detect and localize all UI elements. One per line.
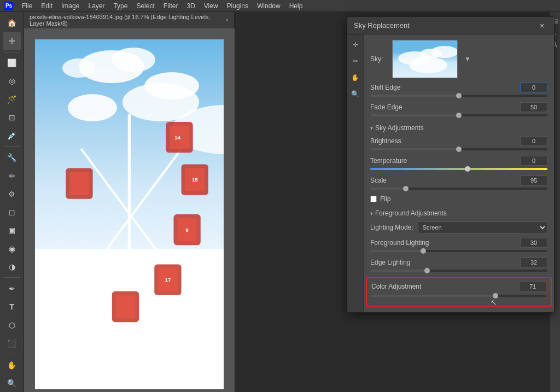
foreground-adjustments-header[interactable]: ▾ Foreground Adjustments bbox=[370, 209, 547, 217]
brightness-thumb[interactable] bbox=[456, 147, 462, 152]
tool-gradient[interactable]: ▣ bbox=[3, 222, 21, 239]
tool-separator1 bbox=[4, 52, 20, 52]
color-adj-fill bbox=[371, 295, 495, 297]
tab-close[interactable]: × bbox=[225, 17, 229, 23]
tool-hand[interactable]: ✋ bbox=[3, 356, 21, 373]
scale-thumb[interactable] bbox=[403, 186, 409, 191]
menu-window[interactable]: Window bbox=[254, 1, 284, 11]
scale-label: Scale bbox=[370, 177, 387, 184]
brightness-track[interactable] bbox=[370, 148, 547, 150]
document-tab[interactable]: pexels-elina-volkova-18403914.jpg @ 16.7… bbox=[24, 12, 235, 28]
color-adj-label: Color Adjustment bbox=[371, 283, 421, 290]
menu-file[interactable]: File bbox=[19, 1, 36, 11]
color-adj-input[interactable] bbox=[519, 282, 546, 291]
svg-rect-12 bbox=[69, 172, 89, 195]
tool-pen[interactable]: ✒ bbox=[3, 280, 21, 297]
side-zoom-icon[interactable]: 🔍 bbox=[349, 88, 361, 100]
fade-edge-label: Fade Edge bbox=[370, 103, 402, 111]
shift-edge-track[interactable] bbox=[370, 95, 547, 97]
sky-thumbnail[interactable] bbox=[392, 40, 458, 78]
shift-edge-label: Shift Edge bbox=[370, 84, 400, 91]
tool-dodge[interactable]: ◑ bbox=[3, 258, 21, 275]
tool-move[interactable]: ✛ bbox=[3, 32, 21, 49]
fade-edge-fill bbox=[370, 114, 459, 116]
scale-control: Scale bbox=[370, 175, 547, 191]
tool-lasso[interactable]: ◎ bbox=[3, 73, 21, 90]
tool-separator4 bbox=[4, 354, 20, 354]
temperature-control: Temperature bbox=[370, 156, 547, 171]
menu-filter[interactable]: Filter bbox=[160, 1, 182, 11]
menu-type[interactable]: Type bbox=[110, 1, 131, 11]
menu-view[interactable]: View bbox=[201, 1, 221, 11]
panel-side-icons: ✛ ✏ ✋ 🔍 bbox=[347, 34, 364, 312]
temperature-thumb[interactable] bbox=[465, 166, 470, 172]
panel-close-button[interactable]: × bbox=[536, 20, 547, 31]
sky-adjustments-header[interactable]: ▾ Sky Adjustments bbox=[370, 124, 547, 132]
fade-edge-input[interactable] bbox=[520, 102, 547, 112]
panel-content: Sky: ▼ Shift Edge bbox=[364, 34, 554, 312]
tool-path-select[interactable]: ⬡ bbox=[3, 317, 21, 334]
side-hand-icon[interactable]: ✋ bbox=[349, 72, 361, 84]
tool-zoom[interactable]: 🔍 bbox=[3, 375, 21, 392]
menu-plugins[interactable]: Plugins bbox=[224, 1, 252, 11]
fg-lighting-thumb[interactable] bbox=[421, 248, 426, 254]
edge-lighting-fill bbox=[370, 270, 427, 272]
thumb-cloud-3 bbox=[409, 57, 447, 73]
fg-lighting-label: Foreground Lighting bbox=[370, 239, 429, 247]
tool-crop[interactable]: ⊡ bbox=[3, 109, 21, 126]
menu-help[interactable]: Help bbox=[286, 1, 306, 11]
fg-lighting-input[interactable] bbox=[520, 238, 547, 248]
menu-edit[interactable]: Edit bbox=[38, 1, 56, 11]
scale-track[interactable] bbox=[370, 188, 547, 190]
tool-marquee[interactable]: ⬜ bbox=[3, 54, 21, 71]
app-icon: Ps bbox=[4, 2, 13, 10]
color-adjustment-section: Color Adjustment ↖ bbox=[366, 277, 552, 307]
tool-healing[interactable]: 🔧 bbox=[3, 149, 21, 166]
scale-input[interactable] bbox=[520, 175, 547, 185]
fade-edge-thumb[interactable] bbox=[456, 113, 462, 118]
tool-blur[interactable]: ◉ bbox=[3, 240, 21, 257]
menu-image[interactable]: Image bbox=[58, 1, 83, 11]
lighting-mode-select[interactable]: Screen Multiply Normal Luminosity bbox=[418, 221, 547, 233]
tool-quick-select[interactable]: 🪄 bbox=[3, 91, 21, 108]
edge-lighting-input[interactable] bbox=[520, 258, 547, 267]
side-move-icon[interactable]: ✛ bbox=[349, 39, 361, 51]
svg-text:17: 17 bbox=[165, 277, 171, 283]
flip-checkbox[interactable] bbox=[370, 196, 377, 202]
sky-adj-label: Sky Adjustments bbox=[375, 124, 424, 132]
panel-body: ✛ ✏ ✋ 🔍 Sky: ▼ Shift E bbox=[347, 34, 554, 312]
flip-row: Flip bbox=[370, 195, 547, 203]
fg-lighting-track[interactable] bbox=[370, 250, 547, 252]
left-toolbar: 🏠 ✛ ⬜ ◎ 🪄 ⊡ 💉 🔧 ✏ ⚙ ◻ ▣ ◉ ◑ ✒ T ⬡ ⬛ ✋ 🔍 bbox=[0, 12, 24, 392]
fg-adj-label: Foreground Adjustments bbox=[375, 209, 447, 217]
edge-lighting-thumb[interactable] bbox=[424, 268, 430, 273]
brightness-label: Brightness bbox=[370, 137, 401, 145]
temperature-track[interactable] bbox=[370, 168, 547, 170]
tool-brush[interactable]: ✏ bbox=[3, 167, 21, 184]
sky-dropdown-arrow[interactable]: ▼ bbox=[464, 55, 471, 63]
menu-layer[interactable]: Layer bbox=[85, 1, 108, 11]
tool-eraser[interactable]: ◻ bbox=[3, 203, 21, 220]
tool-type[interactable]: T bbox=[3, 299, 21, 315]
tool-eyedropper[interactable]: 💉 bbox=[3, 127, 21, 144]
side-brush-icon[interactable]: ✏ bbox=[349, 55, 361, 67]
shift-edge-thumb[interactable] bbox=[456, 93, 462, 98]
temperature-input[interactable] bbox=[520, 156, 547, 166]
shift-edge-input[interactable] bbox=[520, 83, 547, 92]
color-adj-control: Color Adjustment bbox=[371, 282, 546, 298]
tool-shape[interactable]: ⬛ bbox=[3, 335, 21, 352]
menu-3d[interactable]: 3D bbox=[183, 1, 198, 11]
brightness-input[interactable] bbox=[520, 136, 547, 146]
menu-bar: Ps File Edit Image Layer Type Select Fil… bbox=[0, 0, 560, 12]
color-adj-track[interactable] bbox=[371, 295, 546, 297]
tool-home[interactable]: 🏠 bbox=[3, 14, 21, 31]
edge-lighting-track[interactable] bbox=[370, 270, 547, 272]
fade-edge-track[interactable] bbox=[370, 114, 547, 116]
shift-edge-control: Shift Edge bbox=[370, 83, 547, 98]
flip-label: Flip bbox=[380, 195, 390, 203]
fg-lighting-fill bbox=[370, 250, 423, 252]
edge-lighting-label: Edge Lighting bbox=[370, 259, 410, 266]
menu-select[interactable]: Select bbox=[133, 1, 158, 11]
tool-clone[interactable]: ⚙ bbox=[3, 185, 21, 202]
brightness-fill bbox=[370, 148, 459, 150]
